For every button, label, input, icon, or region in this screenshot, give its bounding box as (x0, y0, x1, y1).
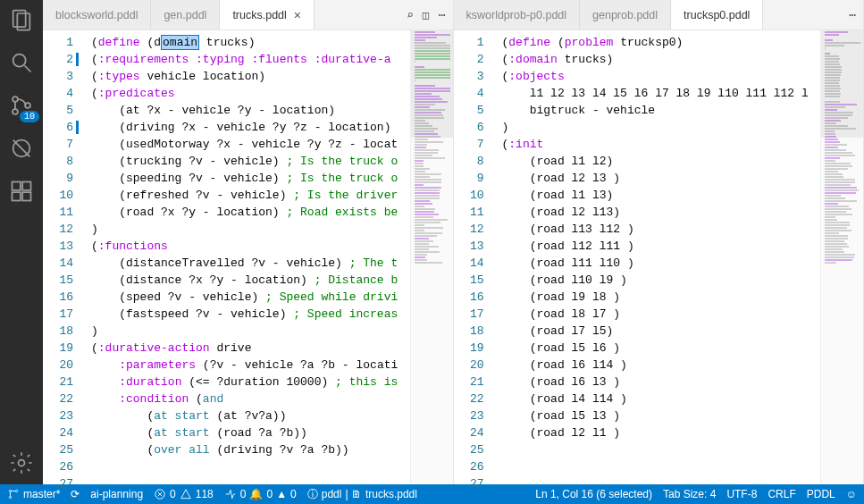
status-lang[interactable]: PDDL (807, 488, 835, 500)
tab-trucksp0[interactable]: trucksp0.pddl (671, 0, 763, 29)
status-cursor[interactable]: Ln 1, Col 16 (6 selected) (535, 488, 652, 500)
status-feedback-icon[interactable]: ☺ (846, 488, 857, 500)
tab-blocksworld[interactable]: blocksworld.pddl (43, 0, 151, 29)
tab-genprob[interactable]: genprob.pddl (580, 0, 671, 29)
close-icon[interactable]: × (294, 8, 301, 22)
status-tabsize[interactable]: Tab Size: 4 (663, 488, 716, 500)
search-icon[interactable] (9, 50, 34, 75)
code-right[interactable]: (define (problem trucksp0)(:domain truck… (497, 30, 821, 484)
minimap-right[interactable] (820, 30, 863, 484)
tab-gen[interactable]: gen.pddl (151, 0, 220, 29)
debug-icon[interactable] (9, 136, 34, 161)
svg-line-3 (25, 66, 31, 72)
status-problems[interactable]: 0 118 (154, 488, 214, 500)
status-lang-badge[interactable]: ⓘ pddl | 🗎 trucks.pddl (307, 487, 417, 502)
tab-trucks[interactable]: trucks.pddl× (220, 0, 315, 29)
more-icon[interactable]: ⋯ (439, 8, 446, 22)
status-bar: master* ⟳ ai-planning 0 118 0 🔔0 ▲0 ⓘ pd… (0, 484, 864, 504)
status-env[interactable]: ai-planning (90, 488, 143, 500)
right-tabs: ksworldprob-p0.pddl genprob.pddl trucksp… (454, 0, 843, 29)
tab-blocksworldprob[interactable]: ksworldprob-p0.pddl (454, 0, 581, 29)
line-gutter-left: 1234567891011121314151617181920212223242… (43, 30, 86, 484)
explorer-icon[interactable] (9, 7, 34, 32)
svg-point-4 (13, 97, 18, 102)
svg-point-15 (9, 496, 11, 498)
svg-rect-11 (13, 192, 21, 200)
activity-bar: 10 (0, 0, 43, 484)
status-eol[interactable]: CRLF (768, 488, 795, 500)
left-tabs: blocksworld.pddl gen.pddl trucks.pddl× (43, 0, 399, 29)
svg-point-16 (15, 490, 17, 491)
svg-point-14 (9, 490, 11, 491)
svg-rect-9 (13, 182, 21, 190)
minimap-left[interactable] (410, 30, 453, 484)
line-gutter-right: 1234567891011121314151617181920212223242… (454, 30, 497, 484)
editor-right: ksworldprob-p0.pddl genprob.pddl trucksp… (454, 0, 865, 484)
editor-left: blocksworld.pddl gen.pddl trucks.pddl× ⌕… (43, 0, 454, 484)
svg-point-2 (13, 55, 26, 67)
svg-point-13 (19, 460, 25, 466)
code-left[interactable]: (define (domain trucks)(:requirements :t… (86, 30, 410, 484)
more-icon[interactable]: ⋯ (849, 8, 856, 22)
svg-rect-12 (22, 192, 30, 200)
status-encoding[interactable]: UTF-8 (726, 488, 757, 500)
find-icon[interactable]: ⌕ (407, 8, 414, 22)
split-icon[interactable]: ◫ (423, 8, 430, 22)
scm-badge: 10 (20, 111, 39, 122)
status-ports[interactable]: 0 🔔0 ▲0 (224, 488, 297, 500)
svg-rect-10 (22, 182, 30, 190)
svg-point-5 (13, 109, 18, 114)
extensions-icon[interactable] (9, 179, 34, 204)
settings-gear-icon[interactable] (9, 450, 34, 475)
